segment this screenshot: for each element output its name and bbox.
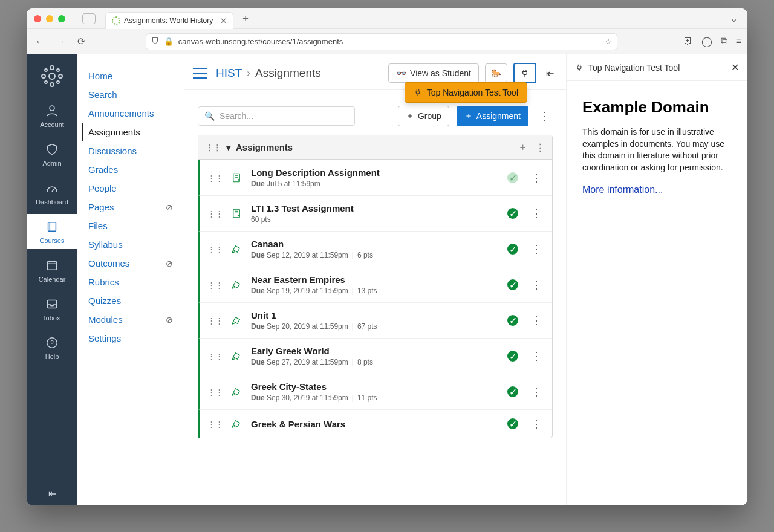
assignment-row[interactable]: ⋮⋮Early Greek WorldDue Sep 27, 2019 at 1…	[198, 338, 552, 374]
svg-rect-11	[48, 262, 57, 270]
add-group-button[interactable]: ＋Group	[398, 106, 449, 126]
published-icon[interactable]: ✓	[507, 351, 518, 362]
item-options-button[interactable]: ⋮	[528, 171, 545, 184]
more-info-link[interactable]: More information...	[582, 184, 663, 195]
example-paragraph: This domain is for use in illustrative e…	[582, 126, 732, 174]
group-options-icon[interactable]: ⋮	[536, 142, 545, 153]
nav-inbox[interactable]: Inbox	[27, 291, 77, 326]
drag-handle-icon[interactable]: ⋮⋮	[207, 352, 223, 361]
course-nav-syllabus[interactable]: Syllabus	[88, 235, 173, 254]
course-nav-outcomes[interactable]: Outcomes⊘	[88, 254, 173, 273]
drag-handle-icon[interactable]: ⋮⋮	[207, 245, 223, 254]
drag-handle-icon[interactable]: ⋮⋮	[207, 388, 223, 397]
assignment-meta: Due Sep 27, 2019 at 11:59pm|8 pts	[251, 358, 507, 366]
minimize-window[interactable]	[46, 15, 53, 22]
item-options-button[interactable]: ⋮	[528, 385, 545, 398]
assignment-row[interactable]: ⋮⋮Greek City-StatesDue Sep 30, 2019 at 1…	[198, 374, 552, 409]
nav-help[interactable]: ? Help	[27, 330, 77, 365]
breadcrumb-separator: ›	[247, 67, 250, 79]
back-button[interactable]: ←	[33, 36, 47, 47]
course-nav-pages[interactable]: Pages⊘	[88, 198, 173, 216]
collapse-caret-icon[interactable]: ▾	[226, 142, 231, 153]
view-as-student-button[interactable]: 👓 View as Student	[388, 63, 479, 83]
tab-close-icon[interactable]: ✕	[220, 16, 227, 25]
drag-handle-icon[interactable]: ⋮⋮	[207, 420, 223, 429]
course-nav-announcements[interactable]: Announcements	[88, 104, 173, 123]
item-options-button[interactable]: ⋮	[528, 314, 545, 327]
item-options-button[interactable]: ⋮	[528, 242, 545, 256]
immersive-reader-button[interactable]: 🐎	[485, 63, 507, 83]
course-nav-assignments[interactable]: Assignments	[82, 123, 173, 141]
published-icon[interactable]: ✓	[507, 279, 518, 290]
assignment-row[interactable]: ⋮⋮Long Description AssignmentDue Jul 5 a…	[198, 160, 552, 195]
nav-calendar[interactable]: Calendar	[27, 253, 77, 288]
course-nav-files[interactable]: Files	[88, 216, 173, 235]
add-assignment-button[interactable]: ＋ Assignment	[457, 106, 528, 126]
assignment-meta: Due Jul 5 at 11:59pm	[251, 180, 507, 188]
collapse-sidebar-icon[interactable]: ⇤	[546, 68, 554, 79]
address-field[interactable]: ⛉ 🔒 canvas-web.inseng.test/courses/1/ass…	[146, 33, 617, 50]
course-nav-settings[interactable]: Settings	[88, 329, 173, 348]
course-menu-toggle[interactable]	[193, 68, 207, 79]
app-menu-icon[interactable]: ≡	[736, 36, 741, 47]
canvas-logo-icon[interactable]	[40, 64, 64, 88]
reload-button[interactable]: ⟳	[74, 36, 88, 47]
bookmark-star-icon[interactable]: ☆	[605, 37, 612, 46]
item-options-button[interactable]: ⋮	[528, 207, 545, 220]
nav-dashboard[interactable]: Dashboard	[27, 175, 77, 210]
more-options-button[interactable]: ⋮	[536, 109, 553, 123]
account-icon[interactable]: ◯	[701, 36, 712, 47]
assignment-row[interactable]: ⋮⋮Near Eastern EmpiresDue Sep 19, 2019 a…	[198, 267, 552, 302]
drag-handle-icon[interactable]: ⋮⋮	[207, 281, 223, 290]
close-window[interactable]	[34, 15, 41, 22]
item-options-button[interactable]: ⋮	[528, 349, 545, 363]
assignment-row[interactable]: ⋮⋮Unit 1Due Sep 20, 2019 at 11:59pm|67 p…	[198, 302, 552, 338]
course-nav-rubrics[interactable]: Rubrics	[88, 273, 173, 291]
rocket-icon	[230, 243, 242, 255]
course-nav-modules[interactable]: Modules⊘	[88, 310, 173, 329]
global-nav-collapse[interactable]: ⇤	[27, 488, 77, 499]
top-nav-tool-button[interactable]	[513, 63, 536, 83]
add-item-icon[interactable]: ＋	[518, 141, 527, 153]
nav-admin[interactable]: Admin	[27, 137, 77, 172]
drag-handle-icon[interactable]: ⋮⋮	[207, 209, 223, 218]
item-options-button[interactable]: ⋮	[528, 278, 545, 291]
tabs-menu-icon[interactable]: ⌄	[730, 13, 738, 24]
search-input[interactable]: 🔍 Search...	[198, 106, 355, 126]
extensions-icon[interactable]: ⧉	[721, 36, 727, 47]
svg-point-3	[42, 74, 45, 78]
close-panel-button[interactable]: ✕	[731, 62, 739, 73]
nav-account[interactable]: Account	[27, 98, 77, 133]
tab-overview-icon[interactable]	[82, 13, 96, 24]
assignment-title: Near Eastern Empires	[251, 274, 507, 285]
course-nav-discussions[interactable]: Discussions	[88, 141, 173, 160]
item-options-button[interactable]: ⋮	[528, 417, 545, 430]
assignment-row[interactable]: ⋮⋮Greek & Persian Wars✓⋮	[198, 409, 552, 438]
drag-handle-icon[interactable]: ⋮⋮	[207, 316, 223, 325]
course-nav-search[interactable]: Search	[88, 85, 173, 104]
forward-button[interactable]: →	[53, 36, 68, 47]
course-nav-home[interactable]: Home	[88, 66, 173, 85]
svg-point-2	[50, 83, 54, 86]
course-nav-quizzes[interactable]: Quizzes	[88, 291, 173, 310]
browser-tab[interactable]: Assignments: World History ✕	[105, 12, 233, 29]
drag-handle-icon[interactable]: ⋮⋮	[206, 143, 221, 152]
pocket-icon[interactable]: ⛨	[683, 36, 693, 47]
zoom-window[interactable]	[58, 15, 65, 22]
drag-handle-icon[interactable]: ⋮⋮	[207, 174, 223, 183]
published-icon[interactable]: ✓	[507, 244, 518, 255]
assignment-row[interactable]: ⋮⋮LTI 1.3 Test Assignment60 pts✓⋮	[198, 195, 552, 231]
search-placeholder: Search...	[220, 111, 253, 121]
published-icon[interactable]: ✓	[507, 208, 518, 219]
published-icon[interactable]: ✓	[507, 172, 518, 183]
nav-courses[interactable]: Courses	[27, 214, 77, 249]
published-icon[interactable]: ✓	[507, 386, 518, 397]
course-nav-people[interactable]: People	[88, 179, 173, 198]
published-icon[interactable]: ✓	[507, 418, 518, 429]
group-header[interactable]: ⋮⋮ ▾ Assignments ＋ ⋮	[198, 135, 552, 160]
breadcrumb-course[interactable]: HIST	[216, 66, 242, 80]
assignment-row[interactable]: ⋮⋮CanaanDue Sep 12, 2019 at 11:59pm|6 pt…	[198, 231, 552, 267]
new-tab-button[interactable]: ＋	[241, 12, 250, 25]
published-icon[interactable]: ✓	[507, 315, 518, 326]
course-nav-grades[interactable]: Grades	[88, 160, 173, 179]
